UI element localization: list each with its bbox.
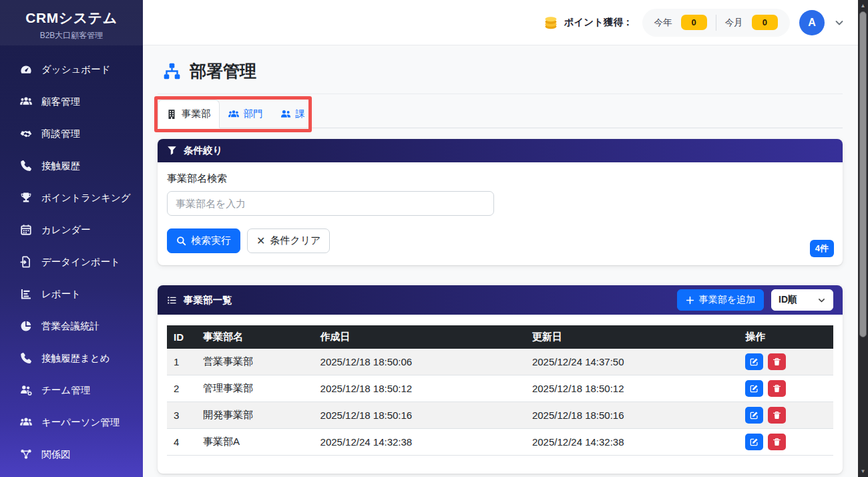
sidebar-item-label: 商談管理 [41, 128, 80, 140]
content-area: 部署管理 事業部 部門 課 [143, 45, 858, 477]
delete-button[interactable] [768, 407, 786, 424]
sidebar-item-keyperson[interactable]: キーパーソン管理 [0, 406, 143, 438]
edit-button[interactable] [745, 434, 763, 450]
edit-icon [750, 411, 758, 420]
trash-icon [773, 384, 781, 393]
tab-department[interactable]: 部門 [220, 100, 272, 128]
trophy-icon [20, 192, 32, 204]
app-title: CRMシステム [0, 9, 143, 27]
sidebar-item-label: カレンダー [41, 224, 91, 236]
year-points-badge[interactable]: 0 [681, 15, 707, 30]
sidebar-item-contact-history[interactable]: 接触履歴 [0, 150, 143, 182]
edit-icon [750, 384, 758, 393]
users-icon [20, 96, 32, 108]
tab-label: 事業部 [182, 108, 211, 120]
filter-buttons: 検索実行 ✕ 条件クリア [167, 228, 833, 253]
title-divider [158, 94, 843, 94]
network-icon [20, 448, 32, 460]
funnel-icon [167, 146, 177, 156]
report-icon [20, 288, 32, 300]
points-label: ポイント獲得： [564, 16, 633, 29]
sidebar-item-report[interactable]: レポート [0, 278, 143, 310]
filter-body: 事業部名検索 検索実行 ✕ 条件クリア [158, 162, 843, 265]
tab-label: 課 [296, 108, 306, 120]
sidebar-item-calendar[interactable]: カレンダー [0, 214, 143, 246]
file-import-icon [20, 256, 32, 268]
edit-button[interactable] [745, 380, 763, 397]
delete-button[interactable] [768, 380, 786, 397]
sort-select[interactable]: ID順 [771, 289, 833, 311]
cell-created: 2025/12/18 18:50:06 [314, 349, 525, 375]
delete-button[interactable] [768, 434, 786, 450]
sidebar-item-meeting-stats[interactable]: 営業会議統計 [0, 310, 143, 342]
sidebar-item-contact-summary[interactable]: 接触履歴まとめ [0, 342, 143, 374]
edit-button[interactable] [745, 407, 763, 424]
trash-icon [773, 438, 781, 446]
pie-chart-icon [20, 320, 32, 332]
cell-id: 1 [167, 349, 196, 375]
table-row: 3 開発事業部 2025/12/18 18:50:16 2025/12/18 1… [167, 402, 833, 429]
add-division-label: 事業部を追加 [699, 294, 755, 306]
scrollbar-thumb[interactable] [859, 11, 867, 337]
list-icon [167, 295, 177, 305]
filter-card-header: 条件絞り [158, 139, 843, 162]
cell-id: 4 [167, 429, 196, 456]
chevron-down-icon[interactable] [834, 17, 845, 28]
cell-created: 2025/12/18 18:50:12 [314, 375, 525, 402]
points-pill: 今年 0 今月 0 [642, 9, 790, 37]
sidebar-item-dashboard[interactable]: ダッシュボード [0, 53, 143, 86]
sidebar-item-deals[interactable]: 商談管理 [0, 118, 143, 150]
app-logo: CRMシステム B2B大口顧客管理 [0, 0, 143, 45]
phone-icon [20, 352, 32, 364]
sidebar-item-data-import[interactable]: データインポート [0, 246, 143, 278]
col-updated: 更新日 [525, 325, 738, 349]
add-division-button[interactable]: 事業部を追加 [677, 289, 764, 311]
app-root: CRMシステム B2B大口顧客管理 ダッシュボード 顧客管理 商談管理 接触履歴 [0, 0, 868, 477]
cell-id: 2 [167, 375, 196, 402]
sidebar-item-label: 接触履歴まとめ [41, 352, 110, 365]
users-icon [228, 109, 239, 120]
sidebar-item-label: ダッシュボード [41, 63, 111, 76]
page-title: 部署管理 [158, 60, 843, 82]
delete-button[interactable] [768, 353, 786, 370]
sidebar-item-label: 関係図 [41, 448, 71, 461]
result-count-badge: 4件 [810, 240, 834, 257]
building-icon [166, 109, 177, 120]
sidebar-item-label: チーム管理 [41, 384, 90, 397]
cell-name: 管理事業部 [196, 375, 314, 402]
sidebar-item-label: ポイントランキング [41, 192, 131, 204]
tab-label: 部門 [244, 108, 263, 120]
trash-icon [773, 411, 781, 420]
sidebar-item-label: 顧客管理 [41, 96, 80, 108]
cell-id: 3 [167, 402, 196, 429]
scroll-down-arrow[interactable]: ▼ [858, 466, 868, 476]
tab-division[interactable]: 事業部 [158, 100, 220, 128]
phone-icon [20, 160, 32, 172]
sidebar-item-customers[interactable]: 顧客管理 [0, 86, 143, 118]
sidebar-item-point-ranking[interactable]: ポイントランキング [0, 182, 143, 214]
cell-name: 営業事業部 [196, 349, 314, 375]
month-points-badge[interactable]: 0 [752, 15, 778, 30]
sidebar-item-relationship-map[interactable]: 関係図 [0, 438, 143, 470]
scroll-up-arrow[interactable]: ▲ [858, 1, 868, 11]
edit-button[interactable] [745, 353, 763, 370]
sidebar-item-team[interactable]: チーム管理 [0, 374, 143, 406]
search-icon [176, 236, 186, 246]
cell-updated: 2025/12/18 18:50:16 [525, 402, 738, 429]
division-search-input[interactable] [167, 191, 494, 216]
pill-divider [716, 15, 716, 31]
division-table-wrap: ID 事業部名 作成日 更新日 操作 1 営業事業部 2025/ [158, 315, 843, 474]
division-list-card: 事業部一覧 事業部を追加 ID順 [158, 285, 843, 474]
clear-button[interactable]: ✕ 条件クリア [247, 228, 330, 253]
col-actions: 操作 [738, 325, 833, 349]
tab-section[interactable]: 課 [272, 100, 314, 128]
col-created: 作成日 [314, 325, 525, 349]
points-section: ポイント獲得： [544, 15, 633, 30]
handshake-icon [20, 128, 32, 140]
search-button-label: 検索実行 [191, 234, 231, 247]
filter-title: 条件絞り [184, 144, 222, 157]
search-button[interactable]: 検索実行 [167, 228, 240, 253]
clear-button-label: 条件クリア [270, 234, 320, 247]
tab-list: 事業部 部門 課 [158, 100, 843, 128]
avatar[interactable]: A [799, 10, 825, 35]
